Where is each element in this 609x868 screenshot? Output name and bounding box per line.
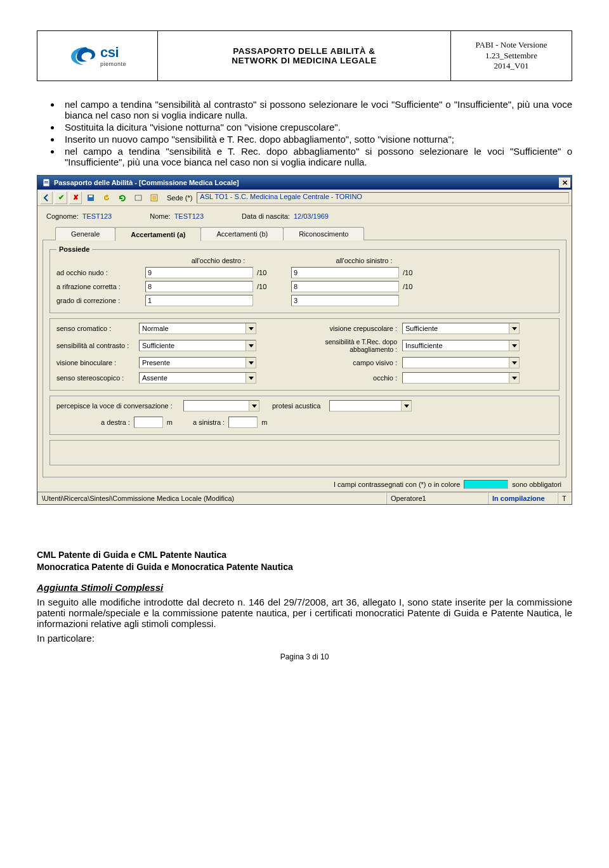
sede-input[interactable]: ASL TO1 - S.C. Medicina Legale Centrale … xyxy=(197,192,569,204)
hearing-group: percepisce la voce di conversazione : pr… xyxy=(49,396,560,435)
section-paragraph-2: In particolare: xyxy=(37,633,572,644)
nome-value: TEST123 xyxy=(174,212,204,220)
visione-binoculare-combo[interactable]: Presente xyxy=(139,357,256,368)
dob-label: Data di nascita: xyxy=(242,212,290,220)
header-meta: PABI - Note Versione 1.23_Settembre 2014… xyxy=(451,31,572,81)
sede-value: ASL TO1 - S.C. Medicina Legale Centrale … xyxy=(200,193,362,200)
suffix-10: /10 xyxy=(399,269,437,276)
bullet-4: nel campo a tendina "sensibilità e T. Re… xyxy=(61,146,572,167)
logo-text-sub: piemonte xyxy=(100,61,126,67)
vision-group: senso cromatico : Normale visione crepus… xyxy=(49,318,560,391)
senso-stereo-combo[interactable]: Assente xyxy=(139,372,256,384)
csi-piemonte-logo: csi piemonte xyxy=(69,44,126,67)
tool-icon-1[interactable] xyxy=(131,191,145,204)
tab-accertamenti-a[interactable]: Accertamenti (a) xyxy=(115,227,201,241)
identity-row: Cognome: TEST123 Nome: TEST123 Data di n… xyxy=(43,210,566,223)
chevron-down-icon xyxy=(246,373,256,383)
nav-back-button[interactable] xyxy=(40,191,53,204)
mandatory-note-post: sono obbligatori xyxy=(512,481,561,488)
unit-m: m xyxy=(261,418,267,426)
protesi-combo[interactable] xyxy=(329,400,412,411)
protesi-label: protesi acustica xyxy=(272,402,329,410)
header-title: PASSAPORTO DELLE ABILITÀ & NETWORK DI ME… xyxy=(158,31,451,81)
visione-crepuscolare-label: visione crepuscolare : xyxy=(288,325,402,332)
col-header-sx: all'occhio sinistro : xyxy=(291,257,437,264)
app-window: Passaporto delle Abilità - [Commissione … xyxy=(37,175,572,505)
section-paragraph-1: In seguito alle modifiche introdotte dal… xyxy=(37,597,572,629)
mandatory-note: I campi contrassegnati con (*) o in colo… xyxy=(43,477,566,491)
document-header: csi piemonte PASSAPORTO DELLE ABILITÀ & … xyxy=(37,30,572,81)
nome-label: Nome: xyxy=(150,212,170,220)
occhio-combo[interactable] xyxy=(402,372,520,384)
possiede-group: Possiede all'occhio destro : all'occhio … xyxy=(49,245,560,313)
campo-visivo-label: campo visivo : xyxy=(288,359,402,366)
svg-rect-4 xyxy=(89,195,93,197)
a-sinistra-input[interactable] xyxy=(228,417,258,428)
tab-generale[interactable]: Generale xyxy=(55,227,115,240)
percepisce-voce-combo[interactable] xyxy=(183,400,259,411)
rifrazione-dx-input[interactable]: 8 xyxy=(145,281,253,292)
window-close-button[interactable]: ✕ xyxy=(559,178,570,188)
senso-cromatico-label: senso cromatico : xyxy=(56,325,139,332)
grado-sx-input[interactable]: 3 xyxy=(291,295,399,306)
svg-rect-1 xyxy=(44,181,48,182)
bullet-2: Sostituita la dicitura "visione notturna… xyxy=(61,122,572,133)
grado-label: grado di correzione : xyxy=(56,297,145,304)
header-logo-cell: csi piemonte xyxy=(37,31,158,81)
section-heading-line1: CML Patente di Guida e CML Patente Nauti… xyxy=(37,549,572,561)
refresh-icon[interactable] xyxy=(115,191,129,204)
empty-group xyxy=(49,440,560,465)
meta-line1: PABI - Note Versione xyxy=(475,40,547,51)
chevron-down-icon xyxy=(509,358,519,368)
nudo-sx-input[interactable]: 9 xyxy=(291,267,399,278)
chevron-down-icon xyxy=(246,323,256,334)
chevron-down-icon xyxy=(249,401,259,411)
rifrazione-sx-input[interactable]: 8 xyxy=(291,281,399,292)
status-phase: In compilazione xyxy=(488,492,558,504)
chevron-down-icon xyxy=(509,373,519,383)
chevron-down-icon xyxy=(246,340,256,351)
sens-abbagliamento-label: sensibilità e T.Rec. dopo abbagliamento … xyxy=(288,338,402,353)
undo-icon[interactable] xyxy=(100,191,114,204)
grado-dx-input[interactable]: 1 xyxy=(145,295,253,306)
bullet-3: Inserito un nuovo campo "sensibilità e T… xyxy=(61,134,572,145)
sens-contrasto-combo[interactable]: Sufficiente xyxy=(139,340,256,351)
save-icon[interactable] xyxy=(84,191,98,204)
svg-rect-7 xyxy=(152,196,156,200)
window-titlebar[interactable]: Passaporto delle Abilità - [Commissione … xyxy=(37,176,572,190)
sens-abbagliamento-combo[interactable]: Insufficiente xyxy=(402,340,520,351)
window-app-icon xyxy=(41,178,51,188)
sens-contrasto-label: sensibilità al contrasto : xyxy=(56,342,139,349)
meta-line3: 2014_V01 xyxy=(494,61,529,72)
nudo-dx-input[interactable]: 9 xyxy=(145,267,253,278)
status-bar: \Utenti\Ricerca\Sintesi\Commissione Medi… xyxy=(37,491,572,504)
a-sinistra-label: a sinistra : xyxy=(193,418,225,426)
suffix-10: /10 xyxy=(399,283,437,290)
bullet-1: nel campo a tendina "sensibilità al cont… xyxy=(61,99,572,120)
visione-crepuscolare-combo[interactable]: Sufficiente xyxy=(402,323,520,334)
senso-stereo-label: senso stereoscopico : xyxy=(56,374,139,382)
visione-binoculare-label: visione binoculare : xyxy=(56,359,139,366)
possiede-legend: Possiede xyxy=(56,245,92,253)
tab-riconoscimento[interactable]: Riconoscimento xyxy=(283,227,364,240)
page-number: Pagina 3 di 10 xyxy=(37,652,572,661)
svg-rect-2 xyxy=(44,183,48,183)
svg-rect-5 xyxy=(135,195,141,200)
cognome-label: Cognome: xyxy=(46,212,79,220)
section-heading: CML Patente di Guida e CML Patente Nauti… xyxy=(37,549,572,573)
cancel-button[interactable]: ✘ xyxy=(69,191,82,204)
rifrazione-label: a rifrazione corretta : xyxy=(56,283,145,290)
tool-icon-2[interactable] xyxy=(147,191,161,204)
mandatory-color-swatch xyxy=(464,480,508,489)
window-title: Passaporto delle Abilità - [Commissione … xyxy=(54,179,559,186)
a-destra-input[interactable] xyxy=(134,417,163,428)
confirm-button[interactable]: ✔ xyxy=(55,191,67,204)
unit-m: m xyxy=(167,418,173,426)
senso-cromatico-combo[interactable]: Normale xyxy=(139,323,256,334)
section-subhead: Aggiunta Stimoli Complessi xyxy=(37,582,572,593)
tab-accertamenti-b[interactable]: Accertamenti (b) xyxy=(200,227,284,240)
mandatory-note-pre: I campi contrassegnati con (*) o in colo… xyxy=(334,481,460,488)
chevron-down-icon xyxy=(509,323,519,334)
campo-visivo-combo[interactable] xyxy=(402,357,520,368)
suffix-10: /10 xyxy=(253,269,291,276)
